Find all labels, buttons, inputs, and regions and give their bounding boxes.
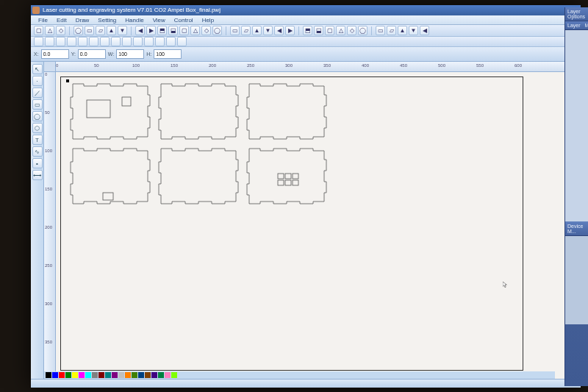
zoom-sel-button[interactable]: ◇ xyxy=(347,26,356,35)
color-swatch[interactable] xyxy=(46,372,51,378)
title-bar[interactable]: Laser cutting and engraving system V7.01… xyxy=(31,5,581,15)
ungroup-button[interactable]: ▲ xyxy=(252,26,262,35)
color-swatch[interactable] xyxy=(138,372,144,378)
color-swatch[interactable] xyxy=(59,372,65,378)
menu-help[interactable]: Help xyxy=(198,15,218,25)
tool2-8[interactable] xyxy=(122,37,132,46)
node-tool[interactable]: · xyxy=(32,76,43,86)
menu-control[interactable]: Control xyxy=(170,15,198,25)
tool2-5[interactable] xyxy=(89,37,98,46)
paste-button[interactable]: ▼ xyxy=(118,26,127,35)
save-button[interactable]: ◇ xyxy=(56,26,65,35)
color-swatch[interactable] xyxy=(92,372,98,378)
layer-list[interactable] xyxy=(565,30,588,221)
design-canvas[interactable] xyxy=(56,72,581,379)
copy-button[interactable]: ▲ xyxy=(107,26,116,35)
color-swatch[interactable] xyxy=(132,372,137,378)
color-swatch[interactable] xyxy=(105,372,111,378)
color-swatch[interactable] xyxy=(165,372,171,378)
svg-rect-2 xyxy=(103,193,113,200)
menu-file[interactable]: File xyxy=(34,15,52,25)
select-tool[interactable]: ↖ xyxy=(32,64,43,74)
menu-edit[interactable]: Edit xyxy=(52,15,71,25)
tool2-12[interactable] xyxy=(166,37,176,46)
color-swatch[interactable] xyxy=(52,372,58,378)
align-b-button[interactable]: ◇ xyxy=(201,26,211,35)
grid-button[interactable]: ◯ xyxy=(358,26,368,35)
rotate-button[interactable]: ▶ xyxy=(285,26,295,35)
align-c-button[interactable]: ⬒ xyxy=(157,26,167,35)
color-swatch[interactable] xyxy=(118,372,124,378)
h-input[interactable]: 100 xyxy=(154,49,182,59)
align-m-button[interactable]: △ xyxy=(190,26,200,35)
lock-button[interactable]: ⬒ xyxy=(303,26,312,35)
redo-button[interactable]: ▭ xyxy=(85,26,94,35)
y-input[interactable]: 0.0 xyxy=(78,49,106,59)
tool2-11[interactable] xyxy=(155,37,165,46)
tool2-1[interactable] xyxy=(45,37,54,46)
color-swatch[interactable] xyxy=(145,372,151,378)
h-tick: 50 xyxy=(94,63,99,68)
color-swatch[interactable] xyxy=(151,372,157,378)
tool2-6[interactable] xyxy=(100,37,110,46)
device-controls[interactable] xyxy=(565,236,588,324)
group-button[interactable]: ▱ xyxy=(241,26,251,35)
ruler-corner xyxy=(44,62,56,72)
color-swatch[interactable] xyxy=(79,372,85,378)
polygon-tool[interactable]: ⬡ xyxy=(32,123,43,133)
align-t-button[interactable]: ▢ xyxy=(179,26,189,35)
w-input[interactable]: 100 xyxy=(116,49,144,59)
obj-button[interactable]: ◀ xyxy=(135,26,145,35)
mirror-h-button[interactable]: ▼ xyxy=(263,26,273,35)
tool2-0[interactable] xyxy=(34,37,43,46)
text-tool[interactable]: T xyxy=(32,135,43,145)
dist-v-button[interactable]: ▭ xyxy=(230,26,240,35)
tool2-9[interactable] xyxy=(133,37,143,46)
dim-tool[interactable]: ⟷ xyxy=(32,170,43,180)
layer-col-header: Layer xyxy=(565,21,583,30)
undo-button[interactable]: ◯ xyxy=(74,26,83,35)
pan-button[interactable]: ▱ xyxy=(387,26,396,35)
new-button[interactable]: ▢ xyxy=(34,26,43,35)
color-swatch[interactable] xyxy=(171,372,177,378)
align-r-button[interactable]: ⬓ xyxy=(168,26,178,35)
tool2-3[interactable] xyxy=(67,37,76,46)
zoom-out-button[interactable]: ▢ xyxy=(325,26,334,35)
cut-button[interactable]: ▱ xyxy=(96,26,105,35)
color-swatch[interactable] xyxy=(125,372,131,378)
color-swatch[interactable] xyxy=(158,372,164,378)
measure-button[interactable]: ▲ xyxy=(398,26,407,35)
text-button[interactable]: ▼ xyxy=(409,26,418,35)
rect-tool[interactable]: ▭ xyxy=(32,99,43,110)
x-input[interactable]: 0.0 xyxy=(41,49,69,59)
bezier-tool[interactable]: ∿ xyxy=(32,146,43,157)
tool2-4[interactable] xyxy=(78,37,87,46)
dist-h-button[interactable]: ◯ xyxy=(212,26,222,35)
tool2-13[interactable] xyxy=(177,37,187,46)
ellipse-tool[interactable]: ◯ xyxy=(32,111,43,121)
color-swatch[interactable] xyxy=(85,372,91,378)
color-swatch[interactable] xyxy=(98,372,104,378)
tool2-2[interactable] xyxy=(56,37,65,46)
tool2-10[interactable] xyxy=(144,37,154,46)
point-tool[interactable]: • xyxy=(32,158,43,168)
menu-view[interactable]: View xyxy=(148,15,170,25)
color-swatch[interactable] xyxy=(112,372,118,378)
snap-button[interactable]: ▭ xyxy=(376,26,385,35)
color-swatch[interactable] xyxy=(72,372,78,378)
settings-button[interactable]: ◀ xyxy=(420,26,429,35)
y-label: Y: xyxy=(71,51,76,57)
tool2-7[interactable] xyxy=(111,37,121,46)
device-section-header[interactable]: Device M... xyxy=(565,221,588,236)
color-swatch[interactable] xyxy=(65,372,71,378)
menu-handle[interactable]: Handle xyxy=(121,15,148,25)
open-button[interactable]: △ xyxy=(45,26,54,35)
zoom-fit-button[interactable]: △ xyxy=(336,26,345,35)
h-tick: 300 xyxy=(285,63,293,68)
line-tool[interactable]: ／ xyxy=(32,88,43,98)
zoom-in-button[interactable]: ⬓ xyxy=(314,26,323,35)
menu-draw[interactable]: Draw xyxy=(71,15,94,25)
align-l-button[interactable]: ▶ xyxy=(146,26,156,35)
menu-setting[interactable]: Setting xyxy=(93,15,121,25)
mirror-v-button[interactable]: ◀ xyxy=(274,26,284,35)
